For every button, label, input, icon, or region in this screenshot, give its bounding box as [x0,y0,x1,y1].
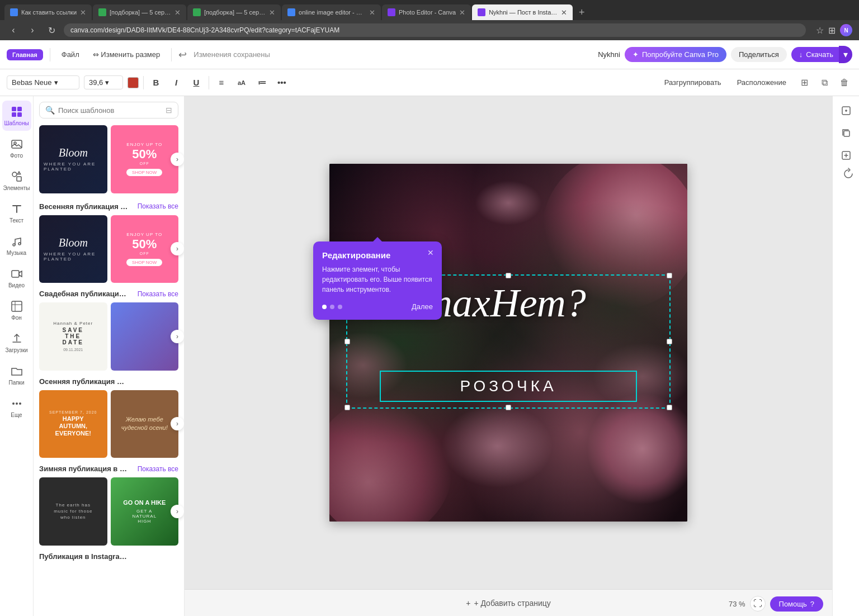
font-selector[interactable]: Bebas Neue ▾ [7,75,79,89]
duplicate-icon-button[interactable]: ⧉ [816,75,832,91]
underline-button[interactable]: U [188,75,204,91]
wedding-template-1[interactable]: Hannah & Peter SAVE THE DATE 09.11.2021 [39,302,107,371]
file-menu-button[interactable]: Файл [57,48,84,61]
text-color-swatch[interactable] [128,77,139,88]
tab-2-close[interactable]: ✕ [174,8,181,17]
home-button[interactable]: Главная [7,49,43,60]
winter-template-1[interactable]: The earth hasmusic for thosewho listen [39,477,107,546]
autumn-template-1[interactable]: SEPTEMBER 7, 2020 HAPPYAUTUMN,EVERYONE! [39,390,107,458]
sidebar-item-photos[interactable]: Фото [2,133,31,163]
wedding-show-all[interactable]: Показать все [138,290,178,298]
canvas-container[interactable]: Чем пахНет? РОЗОЧКА [185,96,832,589]
duplicate-button[interactable] [836,123,856,143]
zoom-expand-button[interactable]: ⛶ [750,596,766,612]
canvas[interactable]: Чем пахНет? РОЗОЧКА [329,164,687,522]
tab-6-close[interactable]: ✕ [561,8,567,17]
ungroup-button[interactable]: Разгруппировать [659,76,727,89]
background-icon [10,300,23,313]
new-tab-button[interactable]: + [574,4,589,20]
sidebar-item-uploads[interactable]: Загрузки [2,328,31,358]
tab-4[interactable]: online image editor - Поиск в... ✕ [282,4,381,20]
font-size-selector[interactable]: 39,6 ▾ [84,75,123,89]
tab-2[interactable]: [подборка] — 5 сервисов дл... ✕ [93,4,186,20]
winter-show-all[interactable]: Показать все [138,465,178,473]
music-icon [10,235,23,248]
resize-canvas-button[interactable] [836,101,856,121]
autumn-carousel-button[interactable]: › [171,417,184,430]
address-text: canva.com/design/DAD8-IItMVk/DE4-88CnUj3… [70,26,339,34]
grid-icon-button[interactable]: ⊞ [796,75,812,91]
svg-rect-16 [844,131,849,136]
tab-1[interactable]: Как ставить ссылки ✕ [4,4,92,20]
align-button[interactable]: ≡ [214,75,229,91]
tab-6[interactable]: Nykhni — Пост в Instagram ✕ [472,4,573,20]
profile-avatar[interactable]: N [840,24,852,36]
svg-point-9 [18,243,21,245]
tab-1-label: Как ставить ссылки [21,9,77,16]
winter-template-2[interactable]: GO ON A HIKE GET ANATURALHIGH [111,477,179,546]
tab-3-close[interactable]: ✕ [269,8,275,17]
winter-carousel-button[interactable]: › [171,505,184,518]
tab-5-close[interactable]: ✕ [459,8,465,17]
tab-3[interactable]: [подборка] — 5 сервисов д... ✕ [187,4,281,20]
filter-icon[interactable]: ⊟ [166,106,172,115]
share-button[interactable]: Поделиться [731,47,787,62]
extensions-icon[interactable]: ⊞ [828,25,836,36]
sidebar-item-video[interactable]: Видео [2,263,31,293]
tab-4-close[interactable]: ✕ [369,8,375,17]
tooltip-dots [322,305,342,309]
spring-template-2[interactable]: ENJOY UP TO 50% OFF SHOP NOW [111,215,179,283]
sidebar-item-text[interactable]: Текст [2,198,31,228]
search-input[interactable] [58,106,162,115]
refresh-button[interactable]: ↻ [45,23,58,37]
wedding-section-header: Свадебная публикация в Инс... Показать в… [39,290,178,298]
caps-button[interactable]: aA [234,75,249,91]
spring-show-all[interactable]: Показать все [138,202,178,210]
sidebar-item-music[interactable]: Музыка [2,230,31,260]
wedding-carousel-button[interactable]: › [171,330,184,343]
spring-template-1[interactable]: Bloom WHERE YOU ARE PLANTED [39,215,107,283]
address-input[interactable]: canva.com/design/DAD8-IItMVk/DE4-88CnUj3… [64,23,806,37]
spring-carousel-button[interactable]: › [171,242,184,255]
resize-button[interactable]: ⇔ Изменить размер [88,48,165,61]
sidebar-item-folders[interactable]: Папки [2,360,31,390]
autumn-template-2[interactable]: Желаю тебе чудесной осени! [111,390,179,458]
italic-button[interactable]: I [168,75,184,91]
sidebar-item-templates[interactable]: Шаблоны [2,101,31,131]
tooltip-next-button[interactable]: Далее [412,302,433,311]
featured-template-1[interactable]: Bloom WHERE YOU ARE PLANTED [39,125,107,193]
trash-icon-button[interactable]: 🗑 [837,75,852,91]
canvas-sub-text[interactable]: РОЗОЧКА [380,371,637,402]
winter-section-title: Зимняя публикация в Инстаг... [39,465,129,473]
star-icon: ✦ [633,50,639,59]
bold-button[interactable]: B [148,75,164,91]
tooltip-dot-1 [322,305,327,309]
help-button[interactable]: Помощь ? [770,596,823,612]
svg-rect-2 [12,112,16,117]
sidebar-item-more[interactable]: Еще [2,392,31,423]
list-button[interactable]: ≔ [254,75,270,91]
refresh-design-button[interactable] [842,168,855,182]
tooltip-close-button[interactable]: ✕ [425,247,436,258]
try-pro-button[interactable]: ✦ Попробуйте Canva Pro [625,47,726,62]
add-page-button[interactable]: + + Добавить страницу [466,599,551,608]
sidebar-item-background[interactable]: Фон [2,295,31,325]
back-button[interactable]: ‹ [7,23,20,37]
forward-button[interactable]: › [26,23,39,37]
saved-status: Изменения сохранены [193,50,593,59]
sidebar-item-elements[interactable]: Элементы [2,165,31,196]
add-element-button[interactable] [836,145,856,165]
wedding-template-2[interactable] [111,302,179,371]
undo-button[interactable]: ↩ [178,49,187,61]
download-chevron-button[interactable]: ▾ [839,46,852,63]
tab-5[interactable]: Photo Editor - Canva ✕ [382,4,471,20]
featured-template-2[interactable]: ENJOY UP TO 50% OFF SHOP NOW [111,125,179,193]
download-button[interactable]: ↓ Скачать [791,47,841,62]
tab-1-close[interactable]: ✕ [80,8,86,17]
featured-carousel-button[interactable]: › [171,153,184,166]
right-panel [832,96,859,616]
tooltip-text: Нажмите элемент, чтобы редактировать его… [322,264,433,295]
bookmark-icon[interactable]: ☆ [816,25,824,36]
arrange-button[interactable]: Расположение [731,76,792,89]
more-format-button[interactable]: ••• [274,75,290,91]
